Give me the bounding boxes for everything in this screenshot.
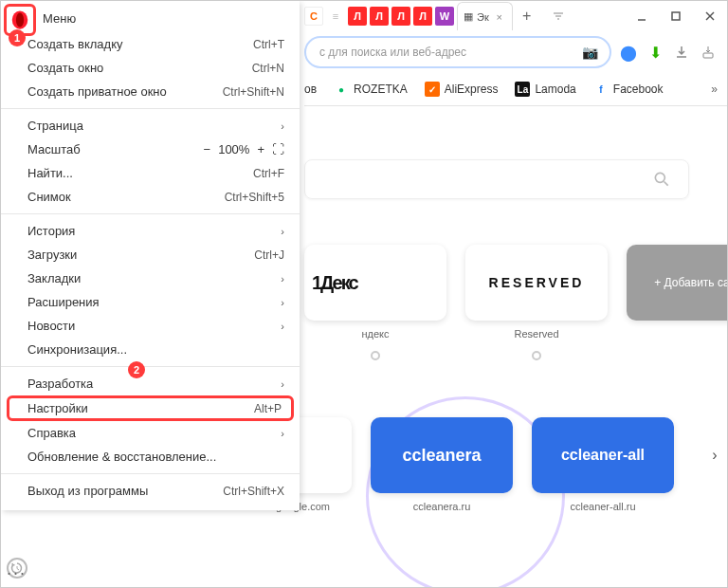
- svg-line-9: [664, 182, 668, 186]
- tiles-next-icon[interactable]: ›: [703, 444, 726, 467]
- bookmark-label: Facebook: [613, 83, 664, 96]
- menu-separator: [1, 473, 300, 474]
- bookmark-item[interactable]: ✓ AliExpress: [425, 82, 499, 97]
- tab-label: Эк: [477, 11, 489, 23]
- menu-shortcut: Ctrl+N: [252, 62, 284, 75]
- menu-new-window[interactable]: Создать окноCtrl+N: [1, 56, 300, 80]
- new-tab-button[interactable]: +: [516, 5, 538, 28]
- chevron-right-icon: ›: [281, 120, 284, 132]
- zoom-in-icon[interactable]: +: [257, 142, 264, 156]
- divider: [304, 105, 727, 106]
- menu-extensions[interactable]: Расширения›: [1, 290, 300, 314]
- menu-label: Закладки: [27, 271, 81, 285]
- chevron-right-icon: ›: [281, 428, 284, 439]
- tab-icon[interactable]: W: [435, 7, 454, 26]
- menu-label: Синхронизация...: [27, 342, 127, 357]
- chevron-right-icon: ›: [281, 378, 284, 390]
- bookmark-overflow-icon[interactable]: »: [711, 83, 718, 96]
- menu-label: Найти...: [27, 166, 73, 180]
- tile-ccleanera[interactable]: ccleanera ccleanera.ru: [371, 417, 513, 512]
- menu-update-recovery[interactable]: Обновление & восстановление...: [1, 445, 300, 469]
- bookmark-icon: La: [515, 82, 530, 97]
- annotation-badge-2: 2: [128, 361, 145, 378]
- menu-exit[interactable]: Выход из программыCtrl+Shift+X: [1, 479, 300, 503]
- opera-main-menu: Меню Создать вкладкуCtrl+T Создать окноC…: [1, 1, 300, 510]
- tab-icon[interactable]: Л: [348, 7, 367, 26]
- menu-title: Меню: [1, 5, 300, 32]
- tab-icon[interactable]: C: [304, 7, 323, 26]
- tab-icon[interactable]: Л: [370, 7, 389, 26]
- tile-label: ccleaner-all.ru: [570, 501, 635, 512]
- menu-label: История: [27, 224, 75, 238]
- opera-icon: [9, 9, 30, 30]
- zoom-controls: − 100% + ⛶: [204, 142, 284, 156]
- menu-label: Обновление & восстановление...: [27, 450, 216, 464]
- tab-icon[interactable]: ≡: [326, 7, 345, 26]
- menu-news[interactable]: Новости›: [1, 314, 300, 338]
- menu-label: Настройки: [27, 401, 88, 415]
- bookmark-item[interactable]: ● ROZETKA: [334, 82, 408, 97]
- address-input[interactable]: с для поиска или веб-адрес 📷: [304, 36, 611, 68]
- install-icon[interactable]: [699, 43, 718, 62]
- tile-thumb: 1Декс: [304, 245, 446, 321]
- tab-menu-icon[interactable]: [549, 7, 568, 26]
- tile-reserved[interactable]: RESERVED Reserved: [465, 245, 608, 360]
- zoom-out-icon[interactable]: −: [204, 142, 211, 156]
- active-tab[interactable]: ▦ Эк ×: [457, 2, 513, 30]
- menu-separator: [1, 108, 300, 109]
- speed-dial-icon: ▦: [464, 10, 473, 23]
- tab-close-icon[interactable]: ×: [493, 10, 506, 24]
- tile-indicator: [532, 351, 541, 360]
- bookmark-item[interactable]: La Lamoda: [515, 82, 575, 97]
- window-controls: [625, 1, 727, 31]
- menu-new-tab[interactable]: Создать вкладкуCtrl+T: [1, 32, 300, 56]
- menu-history[interactable]: История›: [1, 219, 300, 243]
- tile-add-site[interactable]: + Добавить сайт: [627, 245, 728, 321]
- bookmark-label: Lamoda: [535, 83, 575, 96]
- bookmark-icon: f: [593, 82, 609, 97]
- menu-new-private[interactable]: Создать приватное окноCtrl+Shift+N: [1, 80, 300, 103]
- tile-thumb: ccleaner-all: [532, 417, 674, 493]
- fullscreen-icon[interactable]: ⛶: [272, 142, 284, 156]
- easy-setup-icon[interactable]: ...: [7, 560, 27, 579]
- menu-shortcut: Ctrl+Shift+X: [223, 485, 284, 498]
- menu-developer[interactable]: Разработка›: [1, 372, 300, 395]
- menu-label: Загрузки: [27, 248, 77, 262]
- bookmark-item[interactable]: f Facebook: [593, 82, 664, 97]
- menu-snapshot[interactable]: СнимокCtrl+Shift+5: [1, 185, 300, 209]
- download-icon[interactable]: [672, 43, 691, 62]
- speed-dial-search[interactable]: [304, 159, 689, 199]
- tab-icon[interactable]: Л: [391, 7, 410, 26]
- tile-label: ccleanera.ru: [413, 501, 471, 512]
- menu-find[interactable]: Найти...Ctrl+F: [1, 161, 300, 185]
- bookmark-label: ROZETKA: [354, 83, 408, 96]
- tab-strip: C ≡ Л Л Л Л W ▦ Эк × +: [304, 1, 568, 31]
- maximize-button[interactable]: [659, 1, 693, 31]
- bm-fragment: ов: [304, 83, 317, 96]
- tile-ccleaner-all[interactable]: ccleaner-all ccleaner-all.ru: [532, 417, 674, 512]
- menu-page[interactable]: Страница›: [1, 114, 300, 138]
- menu-downloads[interactable]: ЗагрузкиCtrl+J: [1, 243, 300, 266]
- camera-icon[interactable]: 📷: [582, 45, 598, 60]
- adblock-icon[interactable]: ⬇: [646, 43, 664, 62]
- menu-shortcut: Ctrl+J: [254, 248, 284, 262]
- menu-bookmarks[interactable]: Закладки›: [1, 266, 300, 290]
- minimize-button[interactable]: [625, 1, 659, 31]
- chevron-right-icon: ›: [281, 226, 284, 237]
- menu-label: Расширения: [27, 295, 100, 309]
- annotation-badge-1: 1: [9, 29, 26, 46]
- tab-icon[interactable]: Л: [413, 7, 432, 26]
- menu-sync[interactable]: Синхронизация...: [1, 338, 300, 361]
- menu-shortcut: Ctrl+Shift+5: [225, 191, 284, 204]
- tile-thumb: ccleanera: [371, 417, 513, 493]
- tile-yandex[interactable]: 1Декс ндекс: [304, 245, 446, 360]
- bookmark-icon: ✓: [425, 82, 440, 97]
- menu-settings[interactable]: НастройкиAlt+P: [7, 395, 294, 421]
- menu-zoom[interactable]: Масштаб − 100% + ⛶: [1, 138, 300, 161]
- close-button[interactable]: [693, 1, 727, 31]
- menu-help[interactable]: Справка›: [1, 421, 300, 445]
- chevron-right-icon: ›: [281, 273, 284, 285]
- menu-label: Новости: [27, 319, 75, 333]
- search-icon: [652, 170, 671, 189]
- vpn-icon[interactable]: ⬤: [619, 43, 638, 62]
